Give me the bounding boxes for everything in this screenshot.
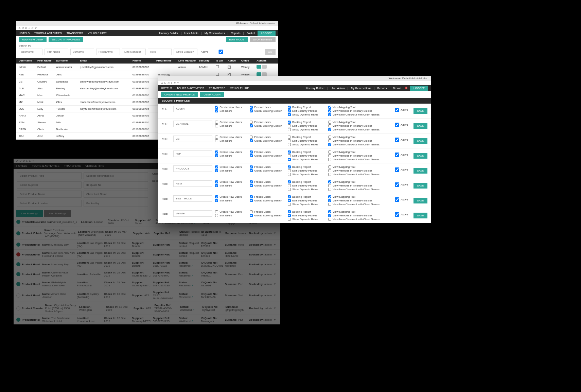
perm-global-checkbox[interactable] [250, 169, 253, 172]
perm-vnc-checkbox[interactable] [328, 218, 331, 221]
edit-mode-button[interactable]: EDIT MODE [226, 37, 248, 42]
perm-esec[interactable]: Edit Security Profiles [288, 214, 325, 217]
nav-hotels[interactable]: HOTELS [161, 87, 172, 90]
perm-freeze-checkbox[interactable] [250, 195, 253, 198]
role-input[interactable] [173, 195, 212, 202]
nav-itinerary[interactable]: Itinerary Builder [159, 32, 178, 35]
perm-vnc[interactable]: View New Checkout with Client Names [328, 188, 392, 191]
perm-global[interactable]: Global Booking Search [250, 214, 285, 217]
nav-useradmin[interactable]: User Admin [331, 87, 345, 90]
perm-breport[interactable]: Booking Report [288, 165, 325, 168]
external-link-icon[interactable]: ↗ [191, 264, 194, 267]
nav-hotels[interactable]: HOTELS [16, 164, 27, 167]
perm-freeze[interactable]: Freeze Users [250, 210, 285, 213]
chevron-down-icon[interactable]: ▼ [274, 307, 276, 310]
stop-editing-button[interactable]: STOP EDITING [250, 37, 276, 42]
perm-esec-checkbox[interactable] [288, 139, 291, 142]
perm-edit-checkbox[interactable] [215, 184, 218, 187]
external-link-icon[interactable]: ↗ [191, 284, 194, 287]
perm-edit[interactable]: Edit Users [215, 169, 247, 172]
perm-create[interactable]: Create New Users [215, 180, 247, 183]
perm-edit[interactable]: Edit Users [215, 139, 247, 142]
perm-esec-checkbox[interactable] [288, 154, 291, 157]
perm-breport[interactable]: Booking Report [288, 106, 325, 109]
perm-vib[interactable]: View Vehicles in Itinerary Builder [328, 109, 392, 112]
perm-vnc-checkbox[interactable] [328, 203, 331, 206]
perm-edit-checkbox[interactable] [215, 214, 218, 217]
perm-dynrates-checkbox[interactable] [288, 188, 291, 191]
perm-global[interactable]: Global Booking Search [250, 124, 285, 127]
booking-row[interactable]: Product:Hotel Name: Amora Hotel Jamison … [14, 289, 280, 302]
perm-mapping[interactable]: View Mapping Tool [328, 180, 392, 183]
perm-breport[interactable]: Booking Report [288, 150, 325, 154]
perm-esec[interactable]: Edit Security Profiles [288, 109, 325, 112]
perm-vib-checkbox[interactable] [328, 124, 331, 127]
perm-mapping[interactable]: View Mapping Tool [328, 136, 392, 139]
active-checkbox[interactable] [395, 212, 399, 217]
active-checkbox[interactable] [395, 197, 399, 202]
perm-vnc-checkbox[interactable] [328, 188, 331, 191]
perm-vnc-checkbox[interactable] [328, 113, 331, 116]
nav-tours[interactable]: TOURS & ACTIVITIES [34, 32, 62, 35]
perm-dynrates-checkbox[interactable] [288, 218, 291, 221]
perm-esec[interactable]: Edit Security Profiles [288, 169, 325, 172]
perm-vib-checkbox[interactable] [328, 109, 331, 112]
save-button[interactable]: SAVE [413, 138, 427, 144]
external-link-icon[interactable]: ↗ [191, 296, 194, 299]
save-button[interactable]: SAVE [413, 183, 427, 189]
perm-esec[interactable]: Edit Security Profiles [288, 199, 325, 202]
active-cell[interactable]: Active [395, 121, 411, 127]
perm-vib-checkbox[interactable] [328, 169, 331, 172]
perm-edit-checkbox[interactable] [215, 169, 218, 172]
filter-supplier-ref[interactable] [84, 172, 148, 179]
perm-breport[interactable]: Booking Report [288, 136, 325, 139]
security-profiles-button[interactable]: SECURITY PROFILES [49, 37, 83, 42]
active-checkbox[interactable] [209, 50, 233, 54]
save-button[interactable]: SAVE [413, 153, 427, 159]
perm-vnc[interactable]: View New Checkout with Client Names [328, 128, 392, 131]
perm-esec-checkbox[interactable] [288, 109, 291, 112]
active-cell[interactable]: Active [395, 210, 411, 217]
search-username[interactable] [19, 49, 42, 55]
nav-vehicle[interactable]: VEHICLE HIRE [85, 164, 104, 167]
perm-edit-checkbox[interactable] [215, 139, 218, 142]
perm-breport-checkbox[interactable] [288, 106, 291, 109]
filter-idquote[interactable] [84, 181, 148, 189]
search-office[interactable] [174, 49, 197, 55]
perm-vib[interactable]: View Vehicles in Itinerary Builder [328, 154, 392, 157]
booking-row[interactable]: Product:Hotel Name: Mandalay Bay Locatio… [14, 259, 280, 269]
perm-global-checkbox[interactable] [250, 124, 253, 127]
perm-dynrates[interactable]: Show Dynamic Rates [288, 188, 325, 191]
perm-create[interactable]: Create New Users [215, 210, 247, 213]
active-cell[interactable]: Active [395, 165, 411, 172]
role-input[interactable] [173, 210, 212, 217]
perm-vnc[interactable]: View New Checkout with Client Names [328, 113, 392, 116]
perm-create[interactable]: Create New Users [215, 165, 247, 168]
perm-create[interactable]: Create New Users [215, 150, 247, 154]
perm-dynrates-checkbox[interactable] [288, 113, 291, 116]
perm-edit-checkbox[interactable] [215, 109, 218, 112]
perm-global-checkbox[interactable] [250, 154, 253, 157]
create-profile-button[interactable]: CREATE NEW PROFILE [161, 92, 198, 97]
edit-icon[interactable] [257, 65, 261, 69]
perm-global-checkbox[interactable] [250, 139, 253, 142]
chevron-down-icon[interactable]: ▼ [274, 283, 276, 286]
perm-esec-checkbox[interactable] [288, 199, 291, 202]
perm-edit-checkbox[interactable] [215, 154, 218, 157]
perm-create-checkbox[interactable] [215, 106, 218, 109]
tab-past[interactable]: Past Bookings [44, 210, 71, 217]
perm-mapping-checkbox[interactable] [328, 180, 331, 183]
perm-mapping-checkbox[interactable] [328, 165, 331, 168]
role-input[interactable] [173, 165, 212, 172]
perm-dynrates[interactable]: Show Dynamic Rates [288, 203, 325, 206]
perm-edit[interactable]: Edit Users [215, 109, 247, 112]
save-button[interactable]: SAVE [413, 213, 427, 218]
perm-global-checkbox[interactable] [250, 184, 253, 187]
perm-create-checkbox[interactable] [215, 150, 218, 154]
perm-freeze[interactable]: Freeze Users [250, 150, 285, 154]
perm-freeze-checkbox[interactable] [250, 150, 253, 154]
perm-esec[interactable]: Edit Security Profiles [288, 184, 325, 187]
perm-mapping[interactable]: View Mapping Tool [328, 150, 392, 154]
search-firstname[interactable] [45, 49, 68, 55]
nav-myres[interactable]: My Reservations [205, 32, 225, 35]
